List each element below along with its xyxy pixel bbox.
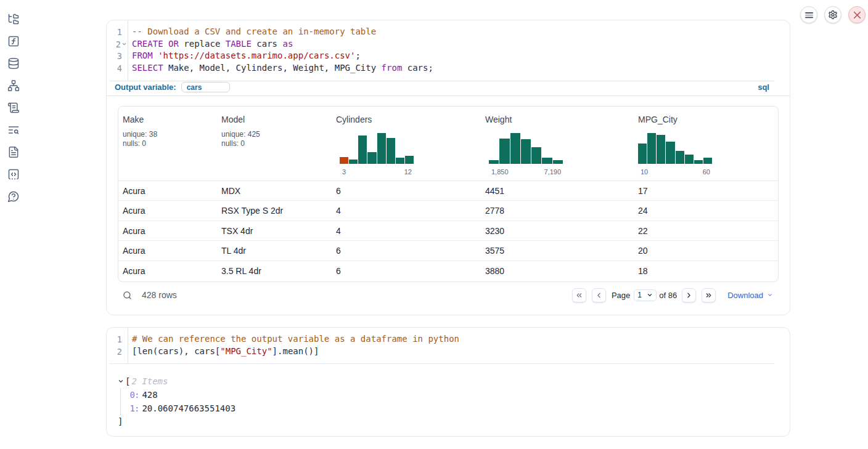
database-icon[interactable] [7, 57, 20, 70]
chevron-down-icon [647, 292, 653, 298]
line-number: 1 [107, 333, 128, 346]
data-table: Makeunique: 38nulls: 0Modelunique: 425nu… [118, 106, 779, 282]
histogram-bar [676, 151, 684, 164]
notebook: 1234-- Download a CSV and create an in-m… [106, 20, 790, 437]
histogram-bar [387, 138, 395, 164]
folder-tree-icon[interactable] [7, 13, 20, 25]
histogram-bar [396, 158, 404, 164]
axis-min-label: 3 [342, 168, 346, 176]
column-stat: nulls: 0 [221, 139, 327, 149]
table-row[interactable]: AcuraRSX Type S 2dr4277824 [118, 201, 778, 221]
histogram-bar [703, 158, 712, 164]
column-histogram[interactable]: 1060 [638, 133, 712, 176]
histogram-axis: 1,8507,190 [489, 168, 563, 176]
code-content[interactable]: -- Download a CSV and create an in-memor… [128, 26, 790, 75]
histogram-bar [358, 136, 367, 164]
chevron-left-icon [595, 291, 603, 299]
code-line: SELECT Make, Model, Cylinders, Weight, M… [132, 62, 790, 75]
histogram-axis: 312 [340, 168, 414, 176]
histogram-bar [377, 133, 386, 164]
search-icon[interactable] [123, 291, 132, 300]
page-select[interactable]: 1 [634, 289, 657, 301]
page-label: Page [612, 291, 630, 300]
line-number: 1 [107, 26, 128, 38]
histogram-bar [542, 158, 552, 164]
chevron-right-icon [685, 291, 693, 299]
code-line: [len(cars), cars["MPG_City"].mean()] [132, 346, 790, 358]
code-line: CREATE OR replace TABLE cars as [132, 38, 790, 51]
prev-page-button[interactable] [592, 288, 606, 302]
table-row[interactable]: Acura3.5 RL 4dr6388018 [118, 261, 778, 281]
fold-chevron-icon[interactable] [121, 41, 127, 47]
line-number: 2 [107, 346, 128, 358]
gutter-separator [128, 20, 128, 81]
python-code-editor[interactable]: 12# We can reference the output variable… [107, 328, 790, 363]
code-line: # We can reference the output variable a… [132, 333, 790, 346]
table-footer: 428 rows Page 1 of 86 [118, 288, 779, 302]
axis-max-label: 7,190 [544, 168, 561, 176]
histogram-bar [367, 152, 376, 164]
column-header-mpg_city[interactable]: MPG_City1060 [634, 107, 778, 180]
text-search-icon[interactable] [7, 124, 20, 136]
table-header-row: Makeunique: 38nulls: 0Modelunique: 425nu… [118, 107, 778, 181]
column-header-weight[interactable]: Weight1,8507,190 [481, 107, 634, 180]
menu-button[interactable] [800, 6, 817, 23]
histogram-bar [521, 139, 531, 164]
histogram-bars [489, 133, 563, 164]
message-circle-question-icon[interactable] [7, 190, 20, 203]
table-row[interactable]: AcuraMDX6445117 [118, 181, 778, 201]
table-cell: 3230 [481, 226, 634, 236]
table-cell: 17 [634, 186, 778, 196]
code-content[interactable]: # We can reference the output variable a… [128, 333, 790, 357]
histogram-bar [638, 144, 647, 164]
column-histogram[interactable]: 1,8507,190 [489, 133, 563, 176]
table-row[interactable]: AcuraTSX 4dr4323022 [118, 221, 778, 241]
table-cell: TL 4dr [217, 246, 332, 256]
square-dashed-bottom-code-icon[interactable] [7, 168, 20, 180]
column-header-make[interactable]: Makeunique: 38nulls: 0 [118, 107, 217, 180]
tree-open-bracket: [ [125, 374, 130, 388]
output-variable-input[interactable]: cars [181, 82, 230, 92]
gear-icon [828, 10, 838, 20]
column-header-model[interactable]: Modelunique: 425nulls: 0 [217, 107, 332, 180]
helper-sidebar [0, 0, 27, 449]
file-text-icon[interactable] [7, 146, 20, 158]
table-row[interactable]: AcuraTL 4dr6357520 [118, 241, 778, 261]
download-button[interactable]: Download [727, 291, 773, 300]
tree-entry: 1:20.060747663551403 [121, 402, 779, 415]
histogram-axis: 1060 [638, 168, 712, 176]
table-cell: 4451 [481, 186, 634, 196]
histogram-bars [340, 133, 414, 164]
column-header-cylinders[interactable]: Cylinders312 [332, 107, 481, 180]
tree-close-bracket: ] [118, 416, 779, 428]
sql-code-editor[interactable]: 1234-- Download a CSV and create an in-m… [107, 20, 790, 81]
table-cell: 24 [634, 206, 778, 216]
column-histogram[interactable]: 312 [340, 133, 414, 176]
tree-collapse-chevron-icon[interactable] [118, 378, 124, 384]
network-icon[interactable] [7, 79, 20, 92]
column-stat: unique: 425 [221, 130, 327, 140]
table-cell: TSX 4dr [217, 226, 332, 236]
table-cell: Acura [118, 186, 217, 196]
scroll-text-icon[interactable] [7, 102, 20, 114]
tree-entry-value: 428 [142, 390, 157, 400]
histogram-bar [340, 157, 348, 164]
histogram-bar [405, 156, 414, 164]
settings-button[interactable] [824, 6, 841, 23]
next-page-button[interactable] [682, 288, 696, 302]
first-page-button[interactable] [572, 288, 586, 302]
python-cell-output: [ 2 Items 0:4281:20.060747663551403 ] [107, 364, 790, 437]
table-cell: Acura [118, 226, 217, 236]
tree-item-count: 2 Items [131, 374, 168, 388]
last-page-button[interactable] [702, 288, 716, 302]
tree-entry-colon: : [134, 403, 139, 413]
histogram-bar [349, 160, 358, 164]
shutdown-button[interactable] [848, 6, 866, 23]
axis-min-label: 1,850 [491, 168, 509, 176]
square-function-icon[interactable] [7, 35, 20, 47]
histogram-bar [553, 160, 563, 164]
tree-entry-value: 20.060747663551403 [142, 403, 235, 413]
language-badge[interactable]: sql [758, 83, 769, 92]
sql-cell: 1234-- Download a CSV and create an in-m… [106, 20, 790, 315]
table-cell: Acura [118, 266, 217, 276]
